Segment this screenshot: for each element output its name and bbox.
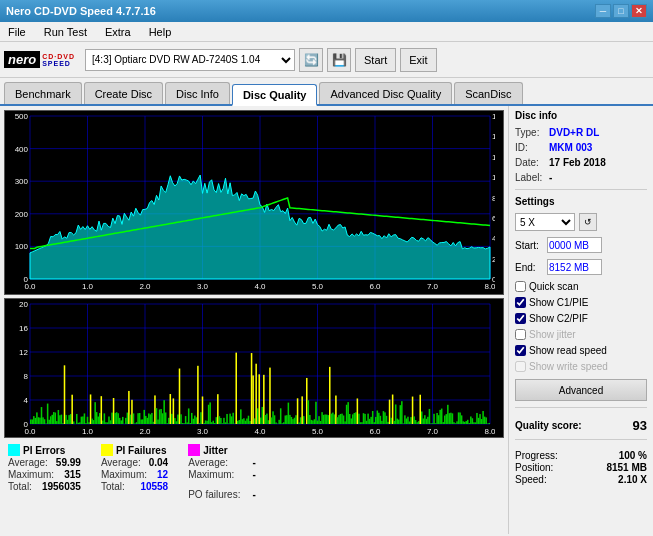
advanced-button[interactable]: Advanced [515,379,647,401]
c2pif-checkbox[interactable] [515,313,526,324]
progress-row: Progress: 100 % [515,450,647,461]
speed-setting-row: 5 X ↺ [515,213,647,231]
tab-advanced-disc-quality[interactable]: Advanced Disc Quality [319,82,452,104]
pi-failures-max: Maximum: 12 [101,469,168,480]
close-button[interactable]: ✕ [631,4,647,18]
tab-create-disc[interactable]: Create Disc [84,82,163,104]
app-title: Nero CD-DVD Speed 4.7.7.16 [6,5,156,17]
read-speed-label[interactable]: Show read speed [529,345,607,356]
separator-1 [515,189,647,190]
top-chart-canvas [5,111,495,294]
jitter-avg: Average: - [188,457,256,468]
disc-id-row: ID: MKM 003 [515,142,647,153]
nero-logo-text: nero [4,51,40,68]
tab-benchmark[interactable]: Benchmark [4,82,82,104]
titlebar: Nero CD-DVD Speed 4.7.7.16 ─ □ ✕ [0,0,653,22]
tab-scandisc[interactable]: ScanDisc [454,82,522,104]
write-speed-row: Show write speed [515,361,647,372]
legend-pi-failures: PI Failures Average: 0.04 Maximum: 12 To… [101,444,168,492]
exit-button[interactable]: Exit [400,48,436,72]
jitter-checkbox[interactable] [515,329,526,340]
window-controls: ─ □ ✕ [595,4,647,18]
speed-selector[interactable]: 5 X [515,213,575,231]
separator-3 [515,439,647,440]
minimize-button[interactable]: ─ [595,4,611,18]
tab-disc-quality[interactable]: Disc Quality [232,84,318,106]
end-label: End: [515,262,543,273]
pi-failures-dot [101,444,113,456]
progress-label: Progress: [515,450,558,461]
jitter-row: Show jitter [515,329,647,340]
quality-score-row: Quality score: 93 [515,418,647,433]
legend-area: PI Errors Average: 59.99 Maximum: 315 To… [4,441,504,503]
quick-scan-checkbox[interactable] [515,281,526,292]
disc-date-row: Date: 17 Feb 2018 [515,157,647,168]
refresh-drive-button[interactable]: 🔄 [299,48,323,72]
main-content: PI Errors Average: 59.99 Maximum: 315 To… [0,106,653,534]
speed-row: Speed: 2.10 X [515,474,647,485]
save-button[interactable]: 💾 [327,48,351,72]
progress-value: 100 % [619,450,647,461]
menu-extra[interactable]: Extra [101,24,135,40]
pi-failures-total: Total: 10558 [101,481,168,492]
read-speed-row: Show read speed [515,345,647,356]
start-setting-row: Start: [515,237,647,253]
c1pie-checkbox[interactable] [515,297,526,308]
separator-2 [515,407,647,408]
start-button[interactable]: Start [355,48,396,72]
quick-scan-row: Quick scan [515,281,647,292]
pi-errors-total: Total: 1956035 [8,481,81,492]
tab-disc-info[interactable]: Disc Info [165,82,230,104]
drive-selector[interactable]: [4:3] Optiarc DVD RW AD-7240S 1.04 [85,49,295,71]
right-panel: Disc info Type: DVD+R DL ID: MKM 003 Dat… [508,106,653,534]
quality-score-value: 93 [633,418,647,433]
c2pif-label[interactable]: Show C2/PIF [529,313,588,324]
write-speed-checkbox[interactable] [515,361,526,372]
legend-pi-errors: PI Errors Average: 59.99 Maximum: 315 To… [8,444,81,492]
disc-type-row: Type: DVD+R DL [515,127,647,138]
pi-errors-max: Maximum: 315 [8,469,81,480]
pi-errors-dot [8,444,20,456]
position-label: Position: [515,462,553,473]
quality-score-label: Quality score: [515,420,582,431]
bottom-chart [4,298,504,438]
write-speed-label[interactable]: Show write speed [529,361,608,372]
logo: nero CD·DVD SPEED [4,51,75,68]
disc-label-row: Label: - [515,172,647,183]
po-failures-row: PO failures: - [188,489,256,500]
nero-subtext: CD·DVD SPEED [42,53,75,67]
end-input[interactable] [547,259,602,275]
top-chart [4,110,504,295]
speed-refresh-button[interactable]: ↺ [579,213,597,231]
legend-jitter: Jitter Average: - Maximum: - PO failures… [188,444,256,500]
pi-errors-avg: Average: 59.99 [8,457,81,468]
disc-info-title: Disc info [515,110,647,121]
settings-title: Settings [515,196,647,207]
speed-value: 2.10 X [618,474,647,485]
speed-label: Speed: [515,474,547,485]
menu-help[interactable]: Help [145,24,176,40]
maximize-button[interactable]: □ [613,4,629,18]
bottom-chart-canvas [5,299,495,437]
pi-failures-avg: Average: 0.04 [101,457,168,468]
start-label: Start: [515,240,543,251]
pi-errors-title: PI Errors [8,444,81,456]
jitter-label[interactable]: Show jitter [529,329,576,340]
position-row: Position: 8151 MB [515,462,647,473]
pi-failures-title: PI Failures [101,444,168,456]
menu-file[interactable]: File [4,24,30,40]
c1pie-row: Show C1/PIE [515,297,647,308]
position-value: 8151 MB [606,462,647,473]
menubar: File Run Test Extra Help [0,22,653,42]
c2pif-row: Show C2/PIF [515,313,647,324]
tabbar: Benchmark Create Disc Disc Info Disc Qua… [0,78,653,106]
jitter-max: Maximum: - [188,469,256,480]
progress-section: Progress: 100 % Position: 8151 MB Speed:… [515,450,647,486]
start-input[interactable] [547,237,602,253]
jitter-title: Jitter [188,444,256,456]
quick-scan-label[interactable]: Quick scan [529,281,578,292]
read-speed-checkbox[interactable] [515,345,526,356]
c1pie-label[interactable]: Show C1/PIE [529,297,588,308]
toolbar: nero CD·DVD SPEED [4:3] Optiarc DVD RW A… [0,42,653,78]
menu-run-test[interactable]: Run Test [40,24,91,40]
